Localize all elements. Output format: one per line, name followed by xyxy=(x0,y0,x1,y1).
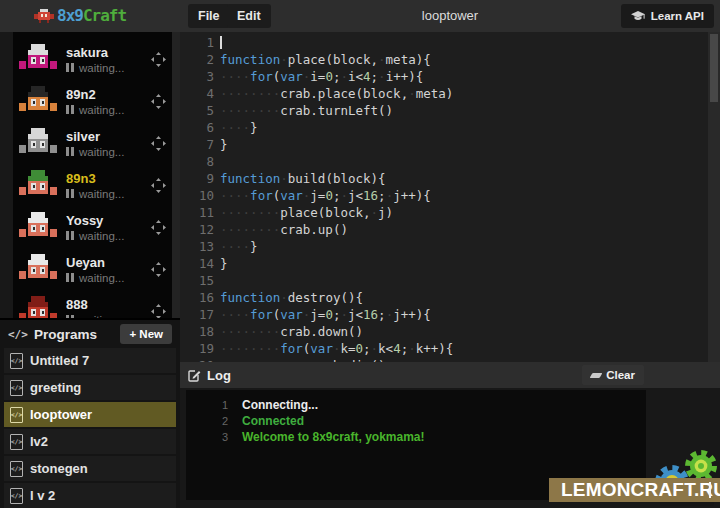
locate-player-icon[interactable] xyxy=(151,136,166,151)
code-line: 9function·build(block){ xyxy=(180,170,720,187)
watermark-text: LEMONCRAFT.RU xyxy=(561,479,720,501)
log-entry: 1Connecting... xyxy=(186,397,646,413)
eraser-icon xyxy=(590,373,603,378)
app-window: 8x9Craft File Edit looptower Learn API s… xyxy=(0,0,720,508)
player-row[interactable]: silverwaiting... xyxy=(13,122,180,164)
player-row[interactable]: Ueyanwaiting... xyxy=(13,248,180,290)
graduation-cap-icon xyxy=(631,11,645,22)
program-file-icon: </> xyxy=(10,353,23,369)
program-file-icon: </> xyxy=(10,488,23,504)
player-avatar xyxy=(18,44,58,75)
learn-api-button[interactable]: Learn API xyxy=(621,4,714,28)
player-row[interactable]: Yossywaiting... xyxy=(13,206,180,248)
player-info: 89n3waiting... xyxy=(66,171,151,200)
code-line: 6····} xyxy=(180,119,720,136)
program-item[interactable]: </>stonegen xyxy=(4,456,176,481)
programs-header: </> Programs + New xyxy=(4,320,176,348)
program-label: Untitled 7 xyxy=(30,353,89,368)
program-file-icon: </> xyxy=(10,407,23,423)
player-avatar xyxy=(18,128,58,159)
log-entry: 2Connected xyxy=(186,413,646,429)
log-title: Log xyxy=(207,368,231,383)
pause-icon xyxy=(66,231,74,240)
text-cursor xyxy=(220,36,222,49)
player-row[interactable]: sakurawaiting... xyxy=(13,38,180,80)
crab-icon xyxy=(34,8,54,24)
player-name: Ueyan xyxy=(66,255,151,270)
code-editor[interactable]: 12function·place(block,·meta){3····for(v… xyxy=(180,32,720,362)
player-row[interactable]: 89n3waiting... xyxy=(13,164,180,206)
sidebar: sakurawaiting...89n2waiting...silverwait… xyxy=(0,32,180,508)
player-list-scrollbar[interactable] xyxy=(172,32,180,318)
player-info: 89n2waiting... xyxy=(66,87,151,116)
locate-player-icon[interactable] xyxy=(151,52,166,67)
code-line: 5········crab.turnLeft() xyxy=(180,102,720,119)
program-item[interactable]: </>lv2 xyxy=(4,429,176,454)
locate-player-icon[interactable] xyxy=(151,94,166,109)
player-name: Yossy xyxy=(66,213,151,228)
editor-scrollbar-thumb[interactable] xyxy=(710,34,718,102)
top-menubar: 8x9Craft File Edit looptower Learn API xyxy=(0,0,720,32)
locate-player-icon[interactable] xyxy=(151,304,166,319)
code-line: 3····for(var·i=0;·i<4;·i++){ xyxy=(180,68,720,85)
player-avatar xyxy=(18,212,58,243)
player-name: silver xyxy=(66,129,151,144)
player-status: waiting... xyxy=(66,272,151,284)
player-row[interactable]: 89n2waiting... xyxy=(13,80,180,122)
player-info: sakurawaiting... xyxy=(66,45,151,74)
player-avatar xyxy=(18,254,58,285)
player-avatar xyxy=(18,170,58,201)
player-avatar xyxy=(18,296,58,319)
pause-icon xyxy=(66,63,74,72)
app-logo: 8x9Craft xyxy=(34,6,126,25)
player-name: 89n2 xyxy=(66,87,151,102)
program-file-icon: </> xyxy=(10,380,23,396)
code-line: 10····for(var·j=0;·j<16;·j++){ xyxy=(180,187,720,204)
clear-log-button[interactable]: Clear xyxy=(582,365,644,385)
code-lines: 12function·place(block,·meta){3····for(v… xyxy=(180,32,720,362)
logo-text-craft: Craft xyxy=(83,6,126,25)
player-info: Ueyanwaiting... xyxy=(66,255,151,284)
logo-text-8x9: 8x9 xyxy=(57,6,83,25)
watermark-bar: LEMONCRAFT.RU xyxy=(549,478,720,502)
watermark-caret xyxy=(709,482,711,498)
program-item[interactable]: </>Untitled 7 xyxy=(4,348,176,373)
locate-player-icon[interactable] xyxy=(151,262,166,277)
program-item[interactable]: </>looptower xyxy=(4,402,176,427)
code-line: 18········crab.down() xyxy=(180,323,720,340)
programs-title: Programs xyxy=(34,327,121,342)
pause-icon xyxy=(66,147,74,156)
log-entry: 3Welcome to 8x9craft, yokmama! xyxy=(186,429,646,445)
code-line: 7} xyxy=(180,136,720,153)
code-line: 16function·destroy(){ xyxy=(180,289,720,306)
program-file-icon: </> xyxy=(10,461,23,477)
locate-player-icon[interactable] xyxy=(151,220,166,235)
program-label: lv2 xyxy=(30,434,48,449)
player-status: waiting... xyxy=(66,230,151,242)
program-label: stonegen xyxy=(30,461,88,476)
player-status: waiting... xyxy=(66,104,151,116)
player-list: sakurawaiting...89n2waiting...silverwait… xyxy=(13,32,180,318)
code-line: 15 xyxy=(180,272,720,289)
program-item[interactable]: </>l v 2 xyxy=(4,483,176,508)
programs-panel: </> Programs + New </>Untitled 7</>greet… xyxy=(0,318,180,508)
player-status: waiting... xyxy=(66,62,151,74)
code-line: 11········place(block,·j) xyxy=(180,204,720,221)
code-line: 19········for(var·k=0;·k<4;·k++){ xyxy=(180,340,720,357)
code-line: 13····} xyxy=(180,238,720,255)
code-line: 8 xyxy=(180,153,720,170)
log-header: Log Clear xyxy=(180,362,720,388)
program-label: greeting xyxy=(30,380,81,395)
code-line: 1 xyxy=(180,34,720,51)
player-row[interactable]: 888waiting... xyxy=(13,290,180,318)
code-brackets-icon: </> xyxy=(8,328,28,341)
locate-player-icon[interactable] xyxy=(151,178,166,193)
player-status: waiting... xyxy=(66,188,151,200)
pause-icon xyxy=(66,273,74,282)
player-info: Yossywaiting... xyxy=(66,213,151,242)
program-item[interactable]: </>greeting xyxy=(4,375,176,400)
code-line: 12········crab.up() xyxy=(180,221,720,238)
pause-icon xyxy=(66,105,74,114)
new-program-button[interactable]: + New xyxy=(120,324,172,344)
editor-scrollbar[interactable] xyxy=(708,32,720,362)
